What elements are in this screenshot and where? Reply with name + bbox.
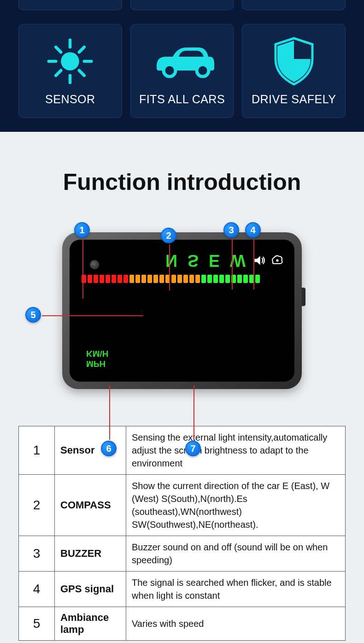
table-num: 5: [19, 607, 55, 641]
tile-fits-all-cars: FITS ALL CARS: [130, 24, 234, 118]
svg-line-8: [56, 71, 61, 76]
unit-labels: MPH KM\H: [86, 348, 109, 369]
gps-icon: [270, 254, 283, 267]
sensor-icon: [45, 38, 95, 84]
svg-point-0: [61, 52, 80, 71]
shield-icon: [271, 38, 317, 84]
marker-3: 3: [223, 222, 239, 238]
function-intro-section: Function introduction 1 2 3 4 5 6 7 N S …: [0, 132, 364, 643]
ambiance-bar: [81, 275, 283, 283]
table-row: 1SensorSensing the external light intens…: [19, 426, 346, 475]
table-name: COMPASS: [55, 475, 126, 536]
svg-line-7: [79, 47, 84, 52]
sensor-dot: [90, 260, 99, 269]
hud-device: N S E W: [62, 232, 302, 389]
hud-screen: N S E W: [70, 240, 294, 382]
unit-mph: MPH: [86, 359, 109, 369]
tile-sensor-label: SENSOR: [45, 93, 95, 106]
table-num: 4: [19, 572, 55, 607]
tile-drive-label: DRIVE SAFELY: [252, 93, 336, 106]
device-diagram: 1 2 3 4 5 6 7 N S E W: [44, 232, 320, 389]
tile-sensor: SENSOR: [18, 24, 122, 118]
table-row: 2COMPASSShow the current direction of th…: [19, 475, 346, 536]
marker-7: 7: [185, 441, 201, 456]
table-num: 3: [19, 536, 55, 572]
compass-text: N S E W: [165, 251, 248, 270]
unit-kmh: KM\H: [86, 348, 109, 359]
buzzer-icon: [253, 254, 266, 267]
marker-2: 2: [161, 228, 176, 243]
table-desc: Sensing the external light intensity,aut…: [126, 426, 346, 475]
table-row: 3BUZZERBuzzer sound on and off (sound wi…: [19, 536, 346, 572]
marker-5: 5: [25, 307, 41, 323]
table-row: 4GPS signalThe signal is searched when f…: [19, 572, 346, 607]
tile-drive-safely: DRIVE SAFELY: [242, 24, 346, 118]
digit-3: [238, 289, 283, 359]
svg-point-11: [276, 259, 278, 261]
table-desc: Varies with speed: [126, 607, 346, 641]
marker-1: 1: [74, 222, 90, 238]
marker-4: 4: [245, 222, 261, 238]
table-name: Ambiance lamp: [55, 607, 126, 641]
svg-line-5: [56, 47, 61, 52]
svg-point-10: [197, 65, 209, 77]
svg-point-9: [164, 65, 176, 77]
table-row: 5Ambiance lampVaries with speed: [19, 607, 346, 641]
table-desc: The signal is searched when flicker, and…: [126, 572, 346, 607]
function-table: 1SensorSensing the external light intens…: [18, 426, 346, 641]
top-feature-section: SENSOR FITS ALL CARS: [0, 0, 364, 132]
tile-fits-label: FITS ALL CARS: [139, 93, 225, 106]
svg-line-6: [79, 71, 84, 76]
intro-title: Function introduction: [18, 169, 346, 195]
car-icon: [147, 38, 217, 84]
table-name: GPS signal: [55, 572, 126, 607]
digit-1: [133, 289, 178, 359]
table-desc: Buzzer sound on and off (sound will be o…: [126, 536, 346, 572]
tile-row-previous-edge: [18, 0, 346, 10]
table-name: BUZZER: [55, 536, 126, 572]
table-num: 2: [19, 475, 55, 536]
table-desc: Show the current direction of the car E …: [126, 475, 346, 536]
tile-row: SENSOR FITS ALL CARS: [18, 24, 346, 118]
table-num: 1: [19, 426, 55, 475]
digit-2: [186, 289, 231, 359]
marker-6: 6: [101, 441, 117, 456]
speed-digits: [81, 289, 283, 359]
